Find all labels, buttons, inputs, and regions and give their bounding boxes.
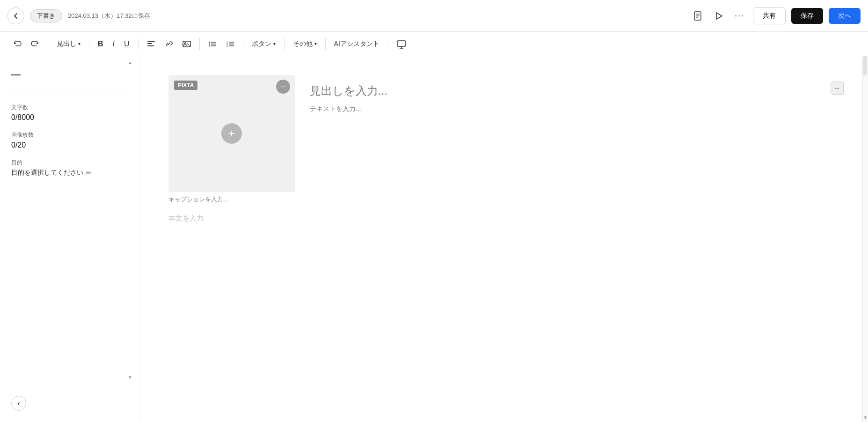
- body-text-area[interactable]: 本文を入力: [168, 214, 834, 223]
- save-status: 2024.03.13（水）17:32に保存: [68, 12, 150, 20]
- list-button[interactable]: [204, 37, 220, 51]
- purpose-value[interactable]: 目的を選択してください ✏: [11, 169, 129, 177]
- text-block: ↔: [310, 75, 834, 203]
- collapse-sidebar-button[interactable]: ‹: [11, 396, 26, 411]
- sidebar-scroll-up[interactable]: ▲: [128, 60, 132, 65]
- image-count-block: 画像枚数 0/20: [11, 131, 129, 149]
- svg-point-10: [209, 41, 210, 42]
- resize-handle[interactable]: ↔: [831, 81, 844, 95]
- button-chevron: ▾: [273, 41, 276, 46]
- main: ▲ 文字数 0/8000 画像枚数 0/20 目的 目的を選択してください ✏ …: [0, 56, 868, 422]
- bold-button[interactable]: B: [94, 37, 107, 51]
- scrollbar-track[interactable]: [863, 56, 867, 75]
- document-icon-button[interactable]: [690, 8, 706, 24]
- save-button[interactable]: 保存: [791, 8, 823, 24]
- purpose-block: 目的 目的を選択してください ✏: [11, 159, 129, 177]
- image-more-button[interactable]: ···: [276, 80, 290, 94]
- sidebar-scroll-down[interactable]: ▼: [128, 375, 132, 380]
- purpose-text: 目的を選択してください: [11, 169, 83, 177]
- char-count-block: 文字数 0/8000: [11, 104, 129, 122]
- sidebar-divider-1: [11, 94, 129, 94]
- collapse-icon: ‹: [18, 400, 20, 407]
- image-text-block: PIXTA ··· + ↔: [168, 75, 834, 203]
- separator-6: [284, 38, 284, 50]
- caption-input[interactable]: [168, 196, 295, 203]
- separator-4: [199, 38, 200, 50]
- add-image-button[interactable]: +: [221, 123, 242, 144]
- align-button[interactable]: [143, 37, 159, 51]
- svg-rect-7: [147, 45, 154, 46]
- image-placeholder: PIXTA ··· +: [168, 75, 295, 192]
- image-block: PIXTA ··· +: [168, 75, 295, 203]
- separator-8: [388, 38, 388, 50]
- sidebar-top-item: [11, 66, 129, 84]
- char-count-value: 0/8000: [11, 113, 129, 122]
- char-count-label: 文字数: [11, 104, 129, 111]
- svg-point-9: [184, 42, 186, 44]
- svg-marker-4: [716, 13, 722, 19]
- redo-button[interactable]: [27, 37, 43, 51]
- left-sidebar: ▲ 文字数 0/8000 画像枚数 0/20 目的 目的を選択してください ✏ …: [0, 56, 140, 422]
- heading-chevron: ▾: [78, 41, 80, 46]
- body-placeholder: 本文を入力: [168, 214, 204, 222]
- share-button[interactable]: 共有: [753, 7, 786, 24]
- link-button[interactable]: [161, 37, 177, 51]
- separator-1: [48, 38, 48, 50]
- separator-7: [325, 38, 326, 50]
- text-input[interactable]: [310, 105, 834, 112]
- header-actions: ··· 共有 保存 次へ: [690, 7, 861, 24]
- header: 下書き 2024.03.13（水）17:32に保存 ··· 共有 保存 次へ: [0, 0, 868, 32]
- back-button[interactable]: [7, 7, 24, 24]
- separator-2: [89, 38, 89, 50]
- image-button[interactable]: [179, 37, 195, 51]
- preview-icon-button[interactable]: [711, 8, 726, 23]
- heading-input[interactable]: [310, 84, 834, 97]
- svg-text:3.: 3.: [226, 44, 228, 47]
- more-icon-button[interactable]: ···: [732, 8, 747, 23]
- undo-button[interactable]: [9, 37, 25, 51]
- other-chevron: ▾: [314, 41, 317, 46]
- italic-button[interactable]: I: [109, 37, 118, 51]
- separator-3: [138, 38, 139, 50]
- button-insert-button[interactable]: ボタン ▾: [248, 37, 279, 51]
- right-scrollbar: ▲ ▼: [862, 56, 868, 422]
- ai-assistant-button[interactable]: AIアシスタント: [330, 37, 383, 51]
- svg-rect-6: [147, 43, 152, 44]
- heading-button[interactable]: 見出し ▾: [53, 37, 84, 51]
- content-area[interactable]: PIXTA ··· + ↔ 本文を入力: [140, 56, 862, 422]
- minus-line: [11, 74, 21, 75]
- draft-badge[interactable]: 下書き: [30, 9, 62, 22]
- image-count-label: 画像枚数: [11, 131, 129, 139]
- ordered-list-button[interactable]: 1. 2. 3.: [222, 37, 238, 51]
- other-button[interactable]: その他 ▾: [289, 37, 321, 51]
- edit-icon[interactable]: ✏: [86, 169, 92, 177]
- separator-5: [243, 38, 243, 50]
- svg-rect-5: [147, 41, 155, 42]
- toolbar: 見出し ▾ B I U: [0, 32, 868, 56]
- svg-point-12: [209, 45, 210, 46]
- underline-button[interactable]: U: [120, 37, 133, 51]
- scroll-arrow-bottom[interactable]: ▼: [863, 415, 868, 420]
- svg-rect-22: [397, 41, 406, 46]
- purpose-label: 目的: [11, 159, 129, 167]
- next-button[interactable]: 次へ: [829, 8, 861, 24]
- pixta-badge: PIXTA: [174, 81, 197, 90]
- svg-point-11: [209, 43, 210, 44]
- display-button[interactable]: [393, 37, 410, 51]
- image-count-value: 0/20: [11, 141, 129, 149]
